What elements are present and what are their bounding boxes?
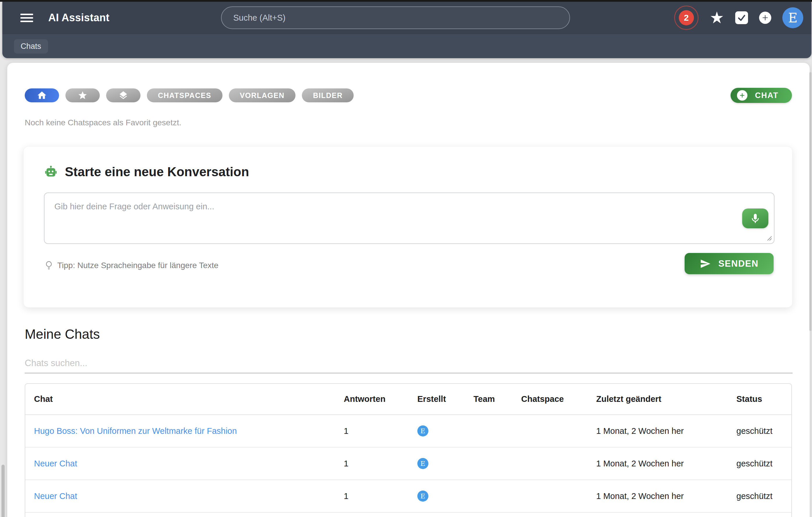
topbar-icons: 2 ★ E xyxy=(674,2,803,34)
left-edge-scrollbar-thumb[interactable] xyxy=(1,465,5,517)
breadcrumb-chats[interactable]: Chats xyxy=(14,39,48,54)
message-textarea[interactable] xyxy=(44,193,775,244)
filter-chips: CHATSPACES VORLAGEN BILDER xyxy=(25,88,354,102)
table-row-partial xyxy=(25,512,791,517)
composer-title: Starte eine neue Konversation xyxy=(65,165,249,179)
menu-icon[interactable] xyxy=(20,11,33,24)
new-conversation-card: Starte eine neue Konversation Tipp: Nutz… xyxy=(23,146,792,308)
team-cell xyxy=(465,415,513,447)
breadcrumb-bar: Chats xyxy=(2,34,811,58)
new-chat-label: CHAT xyxy=(755,91,779,100)
home-icon xyxy=(37,90,47,100)
plus-circle-icon xyxy=(737,90,748,100)
app-title: AI Assistant xyxy=(48,11,109,24)
chat-link[interactable]: Neuer Chat xyxy=(34,459,77,468)
robot-icon xyxy=(44,165,58,179)
table-row: Hugo Boss: Von Uniformen zur Weltmarke f… xyxy=(25,415,791,447)
col-chat: Chat xyxy=(25,384,335,415)
microphone-button[interactable] xyxy=(742,208,768,228)
resize-handle[interactable] xyxy=(766,235,772,241)
col-chatspace: Chatspace xyxy=(513,384,587,415)
favorites-star-icon[interactable]: ★ xyxy=(709,9,724,26)
empty-favorites-note: Noch keine Chatspaces als Favorit gesetz… xyxy=(25,118,181,127)
user-avatar[interactable]: E xyxy=(782,7,803,28)
app-header: AI Assistant 2 ★ E Chats xyxy=(2,2,811,58)
status-cell: geschützt xyxy=(728,447,791,480)
chat-link[interactable]: Hugo Boss: Von Uniformen zur Weltmarke f… xyxy=(34,426,237,436)
chats-search-input[interactable] xyxy=(25,353,792,373)
my-chats-heading: Meine Chats xyxy=(25,326,100,342)
filter-layers-button[interactable] xyxy=(106,88,141,102)
table-header-row: Chat Antworten Erstellt Team Chatspace Z… xyxy=(25,384,791,415)
tasks-checkbox-icon[interactable] xyxy=(735,11,748,24)
status-cell: geschützt xyxy=(728,415,791,447)
chat-link[interactable]: Neuer Chat xyxy=(34,491,77,501)
add-button[interactable] xyxy=(759,11,771,24)
filter-chatspaces-button[interactable]: CHATSPACES xyxy=(147,88,223,102)
chats-table-card: Chat Antworten Erstellt Team Chatspace Z… xyxy=(25,383,792,517)
modified-cell: 1 Monat, 2 Wochen her xyxy=(587,415,728,447)
col-antworten: Antworten xyxy=(335,384,409,415)
team-cell xyxy=(465,447,513,480)
send-icon xyxy=(700,258,711,269)
filter-favorites-button[interactable] xyxy=(65,88,100,102)
chatspace-cell xyxy=(513,415,587,447)
new-chat-button[interactable]: CHAT xyxy=(731,88,792,103)
modified-cell: 1 Monat, 2 Wochen her xyxy=(587,447,728,480)
answers-count: 1 xyxy=(335,447,409,480)
chatspace-cell xyxy=(513,480,587,512)
global-search-input[interactable] xyxy=(221,6,570,29)
modified-cell: 1 Monat, 2 Wochen her xyxy=(587,480,728,512)
microphone-icon xyxy=(750,212,761,224)
filter-vorlagen-button[interactable]: VORLAGEN xyxy=(229,88,296,102)
creator-avatar: E xyxy=(417,491,428,501)
page-scrollbar-thumb[interactable] xyxy=(809,72,811,331)
send-label: SENDEN xyxy=(718,258,758,269)
filter-home-button[interactable] xyxy=(25,88,59,102)
main-panel: CHATSPACES VORLAGEN BILDER CHAT Noch kei… xyxy=(7,63,810,517)
composer-input-wrap xyxy=(44,193,775,244)
team-cell xyxy=(465,480,513,512)
col-erstellt: Erstellt xyxy=(409,384,465,415)
col-team: Team xyxy=(465,384,513,415)
filter-bilder-button[interactable]: BILDER xyxy=(302,88,354,102)
send-button[interactable]: SENDEN xyxy=(685,253,774,274)
creator-avatar: E xyxy=(417,425,428,436)
star-icon xyxy=(78,90,88,100)
col-status: Status xyxy=(728,384,791,415)
chats-table: Chat Antworten Erstellt Team Chatspace Z… xyxy=(25,384,791,517)
checkmark-icon xyxy=(737,13,746,22)
answers-count: 1 xyxy=(335,480,409,512)
creator-avatar: E xyxy=(417,458,428,469)
chatspace-cell xyxy=(513,447,587,480)
table-row: Neuer Chat 1 E 1 Monat, 2 Wochen her ges… xyxy=(25,447,791,480)
tip-row: Tipp: Nutze Spracheingabe für längere Te… xyxy=(45,261,219,270)
answers-count: 1 xyxy=(335,415,409,447)
tip-text: Tipp: Nutze Spracheingabe für längere Te… xyxy=(57,261,219,270)
layers-icon xyxy=(118,90,128,100)
plus-icon xyxy=(761,14,769,22)
lightbulb-icon xyxy=(45,261,53,270)
status-cell: geschützt xyxy=(728,480,791,512)
composer-title-row: Starte eine neue Konversation xyxy=(44,165,249,179)
col-zuletzt-geaendert: Zuletzt geändert xyxy=(587,384,728,415)
table-row: Neuer Chat 1 E 1 Monat, 2 Wochen her ges… xyxy=(25,480,791,512)
notification-badge: 2 xyxy=(679,10,694,25)
notification-button[interactable]: 2 xyxy=(674,5,699,30)
top-toolbar: AI Assistant 2 ★ E xyxy=(2,2,811,34)
